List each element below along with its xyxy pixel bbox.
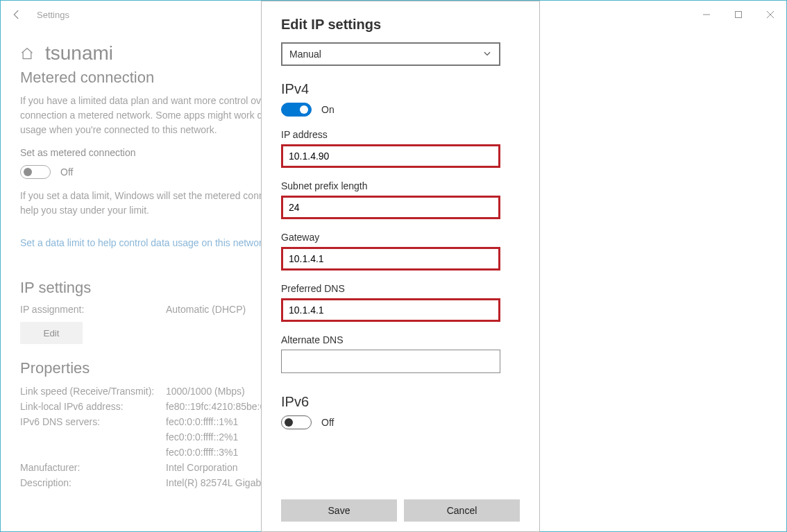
prop-dns-value-2: fec0:0:0:ffff::2%1 <box>166 431 238 443</box>
gateway-input[interactable] <box>281 247 500 271</box>
ipv4-toggle[interactable] <box>281 103 312 117</box>
ip-mode-select[interactable]: Manual <box>281 42 500 66</box>
subnet-label: Subnet prefix length <box>281 180 520 191</box>
ip-assignment-value: Automatic (DHCP) <box>166 304 246 315</box>
alternate-dns-label: Alternate DNS <box>281 334 520 345</box>
prop-link-local-value: fe80::19fc:4210:85be:66 <box>166 401 271 412</box>
prop-dns-label: IPv6 DNS servers: <box>20 416 166 427</box>
ip-address-input[interactable] <box>281 144 500 168</box>
ip-mode-value: Manual <box>289 49 321 60</box>
svg-rect-1 <box>736 12 742 18</box>
alternate-dns-input[interactable] <box>281 350 500 373</box>
prop-link-speed-label: Link speed (Receive/Transmit): <box>20 386 166 397</box>
prop-link-speed-value: 1000/1000 (Mbps) <box>166 386 245 397</box>
preferred-dns-label: Preferred DNS <box>281 283 520 294</box>
ipv6-heading: IPv6 <box>281 394 520 410</box>
close-button[interactable] <box>754 3 786 26</box>
minimize-button[interactable] <box>691 3 722 26</box>
ip-address-label: IP address <box>281 129 520 140</box>
home-icon[interactable] <box>20 46 34 60</box>
chevron-down-icon <box>482 49 492 60</box>
ipv6-toggle-text: Off <box>321 417 334 428</box>
preferred-dns-input[interactable] <box>281 298 500 322</box>
metered-toggle-text: Off <box>60 166 73 178</box>
prop-manufacturer-label: Manufacturer: <box>20 462 166 473</box>
save-button[interactable]: Save <box>281 499 397 522</box>
back-button[interactable] <box>6 4 27 25</box>
prop-description-label: Description: <box>20 477 166 488</box>
network-name: tsunami <box>45 42 113 65</box>
ipv4-toggle-text: On <box>321 104 335 115</box>
edit-ip-dialog: Edit IP settings Manual IPv4 On IP addre… <box>261 1 540 532</box>
dialog-title: Edit IP settings <box>281 17 520 33</box>
prop-dns-value-3: fec0:0:0:ffff::3%1 <box>166 447 238 458</box>
prop-manufacturer-value: Intel Corporation <box>166 462 238 473</box>
metered-toggle[interactable] <box>20 165 51 179</box>
ip-assignment-label: IP assignment: <box>20 304 166 315</box>
edit-button[interactable]: Edit <box>20 322 83 344</box>
prop-link-local-label: Link-local IPv6 address: <box>20 401 166 412</box>
prop-dns-value-1: fec0:0:0:ffff::1%1 <box>166 416 238 427</box>
set-data-limit-link[interactable]: Set a data limit to help control data us… <box>20 237 267 248</box>
ipv4-heading: IPv4 <box>281 81 520 97</box>
gateway-label: Gateway <box>281 232 520 243</box>
window-title: Settings <box>37 10 69 20</box>
maximize-button[interactable] <box>722 3 754 26</box>
cancel-button[interactable]: Cancel <box>404 499 520 522</box>
ipv6-toggle[interactable] <box>281 415 312 429</box>
subnet-input[interactable] <box>281 196 500 219</box>
